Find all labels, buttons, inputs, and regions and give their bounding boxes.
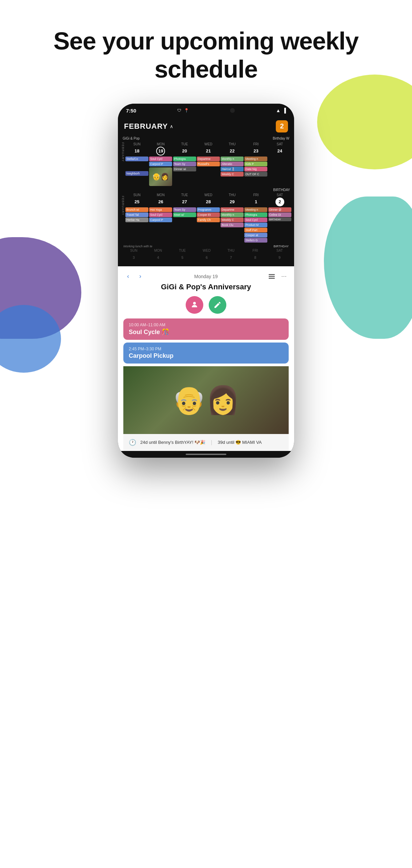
- countdown-bar: 🕐 24d until Benny's BirthYAY! 🐶🎉 | 39d u…: [123, 434, 289, 451]
- svg-rect-1: [269, 276, 275, 277]
- event-team-sy-2[interactable]: Team Sy: [173, 207, 196, 212]
- event-travel[interactable]: Travel Tal: [125, 212, 148, 217]
- day-tue-27[interactable]: TUE 27 Team Sy Meet w/: [173, 193, 196, 243]
- day-sat-24[interactable]: SAT 24: [268, 142, 291, 186]
- event-cooper-et[interactable]: Cooper Et: [197, 212, 220, 217]
- event-brunch[interactable]: Brunch wi: [125, 207, 148, 212]
- event-weekly-1[interactable]: Weekly C: [221, 172, 244, 177]
- day-tue-20[interactable]: TUE 20 Photogra Team Sy Dinner wi: [173, 142, 196, 186]
- allday-banner: GiGi & Pop Birthday W: [121, 135, 291, 142]
- event-soul-cycle-2[interactable]: Soul Cycl: [149, 212, 172, 217]
- event-alteratio[interactable]: Alteratio: [221, 162, 244, 166]
- day-wed-6[interactable]: WED 6: [195, 249, 219, 261]
- more-options-button[interactable]: ⋯: [279, 272, 289, 281]
- event-carpool[interactable]: Carpool P: [149, 162, 172, 166]
- pencil-icon-circle[interactable]: [209, 296, 226, 314]
- day-thu-22[interactable]: THU 22 Monthly n Alteratio Haircut 💈 Wee…: [221, 142, 244, 186]
- phone-bottom: [118, 451, 294, 458]
- event-photogra[interactable]: Photogra: [173, 157, 196, 161]
- event-haircut[interactable]: Haircut 💈: [221, 167, 244, 171]
- event-book-clu[interactable]: Book Clu: [221, 223, 244, 227]
- day-thu-7[interactable]: THU 7: [219, 249, 243, 261]
- month-chevron-icon[interactable]: ∧: [170, 124, 173, 129]
- detail-nav: ‹ › Monday 19 ⋯: [123, 272, 289, 281]
- layout-toggle-button[interactable]: [267, 272, 276, 281]
- event-programm[interactable]: Programm: [197, 207, 220, 212]
- event-meet-w[interactable]: Meet w/: [173, 212, 196, 217]
- location-icon: 📍: [184, 108, 189, 113]
- event-meeting-2[interactable]: Meeting n: [244, 207, 267, 212]
- event-stellas-g[interactable]: Stella's G: [244, 238, 267, 243]
- day-wed-28[interactable]: WED 28 Programm Cooper Et Family Ch: [197, 193, 220, 243]
- allday-event-right: Birthday W: [271, 136, 291, 141]
- event-departme[interactable]: Departme: [197, 157, 220, 161]
- event-carpool-2[interactable]: Carpool P: [149, 218, 172, 222]
- event-product[interactable]: Product M: [244, 223, 267, 227]
- event-departme-2[interactable]: Departme: [221, 207, 244, 212]
- event-name-carpool: Carpool Pickup: [129, 352, 283, 359]
- status-time: 7:50: [126, 108, 136, 113]
- shield-icon: 🛡: [177, 108, 181, 113]
- birthday-row-2: BIRTHDAY: [273, 245, 289, 248]
- svg-rect-0: [269, 274, 275, 275]
- event-kids-p[interactable]: Kids P: [244, 162, 267, 166]
- action-icons-row: [123, 296, 289, 314]
- event-soul-cycle[interactable]: Soul Cycl: [149, 157, 172, 161]
- event-monthly-1[interactable]: Monthly n: [221, 157, 244, 161]
- event-photogra-2[interactable]: Photogra: [244, 212, 267, 217]
- day-wed-21[interactable]: WED 21 Departme Russell's: [197, 142, 220, 186]
- event-time-soul-cycle: 10:00 AM–11:00 AM: [129, 323, 283, 327]
- day-thu-29[interactable]: THU 29 Departme Monthly n Weekly C Book …: [221, 193, 244, 243]
- event-soul-cy-3[interactable]: Soul Cycl: [244, 218, 267, 222]
- event-cooper-at[interactable]: Cooper at: [244, 233, 267, 237]
- day-sun-18[interactable]: SUN 18 Stella/Co Neighborh: [125, 142, 148, 186]
- day-fri-8[interactable]: FRI 8: [244, 249, 267, 261]
- event-celine[interactable]: Celine Di: [268, 212, 291, 217]
- day-sat-9[interactable]: SAT 9: [268, 249, 291, 261]
- svg-rect-2: [269, 278, 275, 279]
- day-mon-26[interactable]: MON 26 Hot Yoga Soul Cycl Carpool P: [149, 193, 172, 243]
- event-neighborh[interactable]: Neighborh: [125, 171, 148, 176]
- wifi-icon: ▲: [276, 108, 281, 113]
- detail-photo: 👴👩: [123, 366, 289, 434]
- event-card-carpool[interactable]: 2:45 PM–3:30 PM Carpool Pickup: [123, 343, 289, 364]
- event-staff-part[interactable]: Staff Part: [244, 228, 267, 232]
- event-dinner[interactable]: Dinner wi: [173, 167, 196, 171]
- event-team-sy[interactable]: Team Sy: [173, 162, 196, 166]
- event-monthly-2[interactable]: Monthly n: [221, 212, 244, 217]
- event-herbie[interactable]: Herbie Ha: [125, 218, 148, 222]
- detail-panel: ‹ › Monday 19 ⋯ GiGi & Pop's Anniversary: [118, 266, 294, 451]
- home-indicator: [186, 454, 226, 455]
- day-photo: 👴👩: [149, 167, 172, 186]
- event-date-nig[interactable]: Date Nig: [244, 167, 267, 171]
- event-dinner-at[interactable]: Dinner @: [268, 207, 291, 212]
- event-card-soul-cycle[interactable]: 10:00 AM–11:00 AM Soul Cycle 🎊: [123, 318, 289, 340]
- day-fri-23[interactable]: FRI 23 Meeting n Kids P Date Nig OUT OF …: [244, 142, 267, 186]
- phone-wrapper: 7:50 🛡 📍 ▲ ▐ FEBRUARY ∧ 2: [0, 104, 412, 458]
- event-russells[interactable]: Russell's: [197, 162, 220, 166]
- day-sun-25[interactable]: SUN 25 Brunch wi Travel Tal Herbie Ha: [125, 193, 148, 243]
- day-mon-4[interactable]: MON 4: [146, 249, 170, 261]
- day-fri-1[interactable]: FRI 1 Meeting n Photogra Soul Cycl Produ…: [244, 193, 267, 243]
- countdown-text-2: 39d until 😎 MIAMI VA: [218, 440, 262, 445]
- day-sun-3[interactable]: SUN 3: [122, 249, 146, 261]
- event-name-soul-cycle: Soul Cycle 🎊: [129, 328, 283, 336]
- day-tue-5[interactable]: TUE 5: [170, 249, 194, 261]
- status-bar: 7:50 🛡 📍 ▲ ▐: [118, 104, 294, 116]
- week-label-1: FEBRUARY: [121, 142, 125, 162]
- event-stella[interactable]: Stella/Co: [125, 157, 148, 161]
- day-mon-19[interactable]: MON 19 Soul Cycl Carpool P 👴👩: [149, 142, 172, 186]
- month-badge[interactable]: 2: [276, 120, 288, 132]
- day-sat-2[interactable]: SAT 2 Dinner @ Celine Di BIRTHDAY: [268, 193, 291, 243]
- event-meeting-1[interactable]: Meeting n: [244, 157, 267, 161]
- event-hot-yoga[interactable]: Hot Yoga: [149, 207, 172, 212]
- next-day-button[interactable]: ›: [136, 272, 145, 281]
- person-icon-circle[interactable]: [186, 296, 203, 314]
- countdown-text-1: 24d until Benny's BirthYAY! 🐶🎉: [140, 440, 205, 445]
- event-out-of-c[interactable]: OUT OF C: [244, 172, 267, 177]
- event-family-ch[interactable]: Family Ch: [197, 218, 220, 222]
- event-birthday-sat: BIRTHDAY: [268, 218, 291, 221]
- detail-title: GiGi & Pop's Anniversary: [123, 283, 289, 291]
- prev-day-button[interactable]: ‹: [123, 272, 133, 281]
- event-weekly-2[interactable]: Weekly C: [221, 218, 244, 222]
